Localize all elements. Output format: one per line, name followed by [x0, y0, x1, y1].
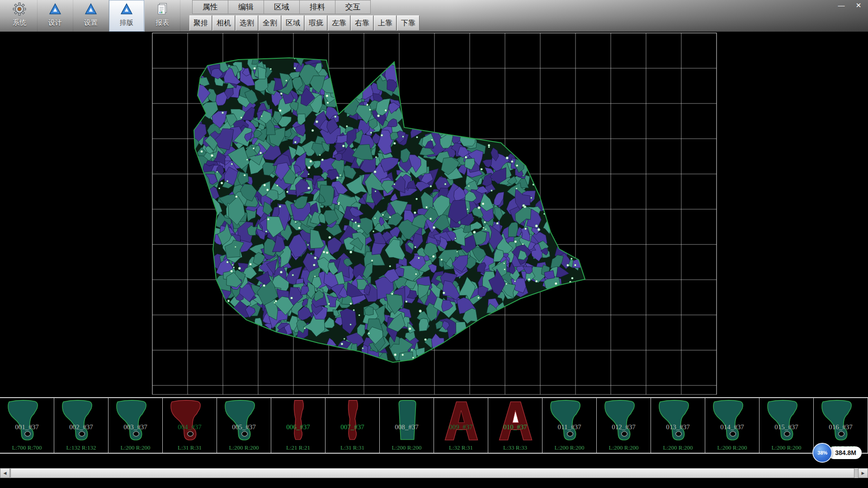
- tool-defect-button[interactable]: 瑕疵: [305, 15, 327, 31]
- pattern-lr-count: L:31 R:31: [163, 444, 217, 451]
- app-tab-label: 设计: [48, 19, 62, 27]
- pattern-thumbnail[interactable]: 002_#37L:132 R:132: [54, 398, 108, 453]
- tool-camera-button[interactable]: 相机: [212, 15, 235, 31]
- scroll-left-arrow[interactable]: ◀: [0, 468, 10, 478]
- progress-widget: 38% 384.8M: [812, 443, 862, 463]
- pattern-thumbnail[interactable]: 001_#37L:700 R:700: [0, 398, 54, 453]
- pattern-thumbnail[interactable]: 007_#37L:31 R:31: [326, 398, 380, 453]
- tool-select-cut-button[interactable]: 选割: [236, 15, 258, 31]
- toolbar-shade: [451, 0, 868, 32]
- menu-edit[interactable]: 编辑: [228, 0, 264, 14]
- pattern-id: 010_#37: [488, 423, 542, 431]
- tool-cut-all-button[interactable]: 全割: [259, 15, 281, 31]
- pattern-thumbnail[interactable]: 004_#37L:31 R:31: [163, 398, 217, 453]
- pattern-shape: [327, 399, 378, 442]
- pattern-thumbnail[interactable]: 008_#37L:200 R:200: [380, 398, 434, 453]
- pattern-thumbnail[interactable]: 013_#37L:200 R:200: [651, 398, 705, 453]
- pattern-id: 016_#37: [814, 423, 868, 431]
- tool-snap-left-button[interactable]: 左靠: [328, 15, 350, 31]
- app-tab-bar: 系统设计设置排版报表: [2, 0, 180, 32]
- pattern-shape: [2, 399, 52, 442]
- pattern-id: 013_#37: [651, 423, 705, 431]
- pattern-shape: [707, 399, 758, 442]
- pattern-shape: [544, 399, 595, 442]
- pattern-shape: [761, 399, 812, 442]
- app-tab-settings[interactable]: 设置: [73, 0, 109, 32]
- pattern-lr-count: L:200 R:200: [651, 444, 705, 451]
- set-square-icon: [48, 2, 62, 18]
- pattern-id: 014_#37: [705, 423, 759, 431]
- app-tab-label: 设置: [84, 19, 98, 27]
- pattern-lr-count: L:200 R:200: [542, 444, 596, 451]
- close-button[interactable]: ✕: [854, 1, 863, 10]
- pattern-shape: [56, 399, 107, 442]
- pattern-id: 011_#37: [542, 423, 596, 431]
- pattern-thumbnail[interactable]: 014_#37L:200 R:200: [705, 398, 760, 453]
- pattern-lr-count: L:33 R:33: [488, 444, 542, 451]
- pattern-id: 015_#37: [760, 423, 813, 431]
- nesting-canvas-drawing: [0, 32, 868, 397]
- window-controls: — ✕: [836, 1, 863, 10]
- app-tab-label: 排版: [120, 19, 133, 27]
- progress-percent: 38%: [817, 450, 827, 455]
- app-tab-design[interactable]: 设计: [38, 0, 73, 32]
- scroll-right-arrow[interactable]: ▶: [858, 468, 868, 478]
- pattern-shape: [653, 399, 703, 442]
- memory-indicator: 384.8M: [828, 446, 862, 459]
- tool-snap-bottom-button[interactable]: 下靠: [397, 15, 420, 31]
- menu-nest[interactable]: 排料: [299, 0, 335, 14]
- menu-region[interactable]: 区域: [264, 0, 299, 14]
- minimize-button[interactable]: —: [836, 1, 846, 10]
- tool-snap-top-button[interactable]: 上靠: [374, 15, 396, 31]
- menu-bar: 属性编辑区域排料交互: [192, 0, 371, 14]
- pattern-shape: [219, 399, 269, 442]
- pattern-thumbnail[interactable]: 005_#37L:200 R:200: [217, 398, 271, 453]
- pattern-lr-count: L:31 R:31: [326, 444, 379, 451]
- menu-properties[interactable]: 属性: [192, 0, 228, 14]
- pattern-lr-count: L:700 R:700: [0, 444, 54, 451]
- pattern-shape: [599, 399, 649, 442]
- set-square-icon: [84, 2, 98, 18]
- app-tab-label: 报表: [156, 19, 169, 27]
- app-tab-nesting[interactable]: 排版: [109, 0, 145, 32]
- app-tab-system[interactable]: 系统: [2, 0, 38, 32]
- pattern-thumbnail[interactable]: 003_#37L:200 R:200: [108, 398, 163, 453]
- tool-bar: 聚排相机选割全割区域瑕疵左靠右靠上靠下靠: [189, 14, 420, 32]
- pattern-id: 005_#37: [217, 423, 271, 431]
- pattern-lr-count: L:200 R:200: [597, 444, 651, 451]
- scrollbar-thumb[interactable]: [10, 468, 854, 478]
- tool-region-button[interactable]: 区域: [282, 15, 304, 31]
- pattern-shape: [110, 399, 161, 442]
- pattern-thumbnail[interactable]: 015_#37L:200 R:200: [760, 398, 814, 453]
- app-tab-report[interactable]: 报表: [145, 0, 180, 32]
- pattern-strip: 001_#37L:700 R:700002_#37L:132 R:132003_…: [0, 397, 868, 454]
- pattern-lr-count: L:200 R:200: [760, 444, 813, 451]
- toolbar: 系统设计设置排版报表 属性编辑区域排料交互 聚排相机选割全割区域瑕疵左靠右靠上靠…: [0, 0, 868, 32]
- scrollbar-track[interactable]: [10, 468, 858, 478]
- pattern-id: 012_#37: [597, 423, 651, 431]
- pattern-lr-count: L:200 R:200: [705, 444, 759, 451]
- app-tab-label: 系统: [13, 19, 26, 27]
- pattern-lr-count: L:200 R:200: [108, 444, 162, 451]
- report-icon: [156, 2, 169, 18]
- pattern-thumbnail[interactable]: 009_#37L:32 R:31: [434, 398, 488, 453]
- nesting-canvas[interactable]: [0, 32, 868, 397]
- tool-snap-right-button[interactable]: 右靠: [351, 15, 373, 31]
- pattern-shape: [490, 399, 541, 442]
- pattern-thumbnail[interactable]: 011_#37L:200 R:200: [542, 398, 597, 453]
- app-window: 系统设计设置排版报表 属性编辑区域排料交互 聚排相机选割全割区域瑕疵左靠右靠上靠…: [0, 0, 868, 488]
- pattern-thumbnail[interactable]: 010_#37L:33 R:33: [488, 398, 542, 453]
- pattern-lr-count: L:21 R:21: [271, 444, 325, 451]
- pattern-id: 002_#37: [54, 423, 108, 431]
- gear-icon: [13, 2, 26, 18]
- pattern-thumbnail[interactable]: 006_#37L:21 R:21: [271, 398, 326, 453]
- pattern-id: 008_#37: [380, 423, 434, 431]
- pattern-shape: [273, 399, 324, 442]
- pattern-shape: [382, 399, 432, 442]
- menu-interact[interactable]: 交互: [335, 0, 371, 14]
- set-square-icon: [120, 2, 133, 18]
- pattern-thumbnail[interactable]: 012_#37L:200 R:200: [597, 398, 651, 453]
- tool-cluster-nest-button[interactable]: 聚排: [189, 15, 212, 31]
- pattern-shape: [165, 399, 215, 442]
- horizontal-scrollbar[interactable]: ◀ ▶: [0, 468, 868, 478]
